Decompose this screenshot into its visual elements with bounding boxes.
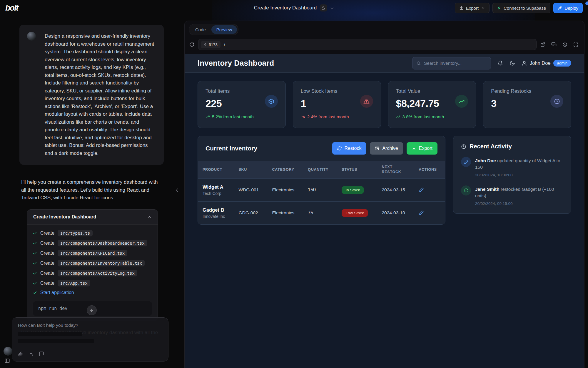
- product-supplier: Tech Corp: [203, 191, 229, 196]
- deploy-button[interactable]: Deploy: [553, 3, 583, 13]
- artifact-step: Create src/components/DashboardHeader.ts…: [33, 238, 152, 248]
- chat-mode-icon[interactable]: [39, 351, 44, 357]
- url-bar[interactable]: 5173 /: [198, 39, 537, 50]
- chat-panel: Design a responsive and user-friendly in…: [0, 16, 184, 368]
- app-viewport: Inventory Dashboard John Doe admin: [185, 54, 584, 368]
- arrow-down-icon: [89, 308, 94, 313]
- bell-icon: [497, 60, 503, 66]
- inspector-toggle-button[interactable]: [562, 42, 567, 47]
- check-icon: [33, 281, 37, 286]
- app-title: Inventory Dashboard: [198, 59, 274, 68]
- project-title: Create Inventory Dashboard: [254, 5, 317, 11]
- connect-supabase-button[interactable]: Connect to Supabase: [492, 3, 550, 13]
- port-number: 5173: [209, 42, 218, 47]
- package-icon: [268, 98, 274, 105]
- notifications-button[interactable]: [497, 60, 503, 66]
- archive-button[interactable]: Archive: [370, 142, 403, 155]
- edit-row-button[interactable]: [419, 188, 440, 193]
- check-icon: [33, 241, 37, 246]
- activity-list: John Doe updated quantity of Widget A to…: [461, 157, 563, 206]
- alert-icon-badge: [360, 95, 373, 108]
- devices-icon: [551, 42, 557, 47]
- export-button[interactable]: Export: [407, 142, 437, 155]
- check-icon: [33, 251, 37, 256]
- chat-input-card[interactable]: [12, 317, 168, 362]
- open-external-button[interactable]: [540, 42, 545, 47]
- collapse-chat-button[interactable]: [174, 187, 180, 193]
- alert-triangle-icon: [363, 98, 370, 105]
- tab-preview[interactable]: Preview: [211, 25, 237, 34]
- inventory-panel: Current Inventory Restock Archive: [198, 136, 445, 225]
- user-menu[interactable]: John Doe admin: [522, 60, 571, 67]
- edit-row-button[interactable]: [419, 210, 440, 216]
- sku-cell: WDG-001: [234, 178, 267, 201]
- responsive-preview-button[interactable]: [551, 42, 557, 47]
- edit-activity-icon-badge: [461, 157, 471, 167]
- profile-avatar-button[interactable]: [4, 347, 12, 356]
- kpi-card-total-value: Total Value $8,247.75 3.8% from last mon…: [388, 81, 476, 128]
- check-icon: [33, 261, 37, 266]
- project-menu-chevron[interactable]: [330, 6, 334, 10]
- activity-actor: Jane Smith: [475, 187, 500, 192]
- upload-icon: [459, 6, 464, 10]
- quantity-cell[interactable]: 150: [303, 178, 337, 201]
- refresh-icon: [464, 188, 468, 193]
- restock-button[interactable]: Restock: [332, 142, 367, 155]
- enhance-prompt-icon[interactable]: [29, 352, 34, 357]
- private-project-chip[interactable]: [320, 4, 327, 11]
- chevron-down-icon: [481, 6, 485, 10]
- app-header-actions: John Doe admin: [412, 57, 571, 69]
- step-file-chip[interactable]: src/App.tsx: [58, 280, 90, 286]
- external-link-icon: [540, 42, 545, 47]
- tab-code[interactable]: Code: [190, 25, 211, 34]
- chevron-up-icon[interactable]: [147, 215, 152, 219]
- artifact-step: Create src/App.tsx: [33, 278, 152, 288]
- chat-input-toolbar: [18, 351, 162, 357]
- step-file-chip[interactable]: src/types.ts: [58, 230, 93, 236]
- table-row: Widget A Tech Corp WDG-001 Electronics 1…: [198, 178, 445, 201]
- scroll-to-bottom-button[interactable]: [87, 305, 97, 315]
- activity-title: Recent Activity: [470, 143, 512, 150]
- browser-chrome: 5173 /: [185, 37, 584, 54]
- attach-link-icon[interactable]: [18, 351, 23, 357]
- browser-actions: [540, 42, 579, 47]
- pencil-icon: [464, 160, 468, 164]
- fullscreen-icon: [573, 42, 578, 47]
- port-badge[interactable]: 5173: [201, 41, 220, 48]
- dark-mode-toggle[interactable]: [510, 60, 515, 66]
- sidebar-toggle-button[interactable]: [4, 358, 10, 364]
- search-input[interactable]: [424, 61, 487, 66]
- artifact-step: Create src/components/ActivityLog.tsx: [33, 268, 152, 278]
- rocket-icon: [558, 6, 562, 10]
- clock-icon-badge: [550, 95, 563, 108]
- col-quantity: QUANTITY: [303, 161, 337, 178]
- timeline-connector: [466, 168, 466, 184]
- trending-icon-badge: [455, 95, 468, 108]
- product-name: Gadget B: [203, 207, 229, 213]
- status-badge: In Stock: [342, 186, 364, 194]
- fullscreen-button[interactable]: [573, 42, 578, 47]
- archive-label: Archive: [382, 146, 398, 151]
- step-file-chip[interactable]: src/components/KPICard.tsx: [58, 250, 127, 256]
- project-title-group[interactable]: Create Inventory Dashboard: [254, 4, 334, 11]
- topbar-actions: Export Connect to Supabase Deploy: [455, 3, 583, 13]
- inventory-search[interactable]: [412, 57, 491, 69]
- step-file-chip[interactable]: src/components/ActivityLog.tsx: [58, 270, 137, 276]
- quantity-cell[interactable]: 75: [303, 201, 337, 224]
- reload-button[interactable]: [189, 42, 194, 47]
- status-badge: Low Stock: [342, 209, 368, 217]
- chat-input[interactable]: [18, 323, 162, 328]
- start-application-step[interactable]: Start application: [33, 288, 152, 297]
- step-action: Create: [40, 251, 54, 256]
- moon-icon: [510, 60, 515, 66]
- kpi-label: Total Items: [206, 88, 278, 94]
- category-cell: Electronics: [267, 201, 303, 224]
- step-file-chip[interactable]: src/components/InventoryTable.tsx: [58, 260, 145, 266]
- kpi-label: Low Stock Items: [301, 88, 373, 94]
- export-button[interactable]: Export: [455, 3, 490, 13]
- inspector-off-icon: [562, 42, 567, 47]
- bolt-logo[interactable]: bolt: [5, 3, 18, 13]
- artifact-header[interactable]: Create Inventory Dashboard: [27, 210, 158, 225]
- step-file-chip[interactable]: src/components/DashboardHeader.tsx: [58, 240, 147, 246]
- kpi-trend: 3.8% from last month: [396, 114, 468, 119]
